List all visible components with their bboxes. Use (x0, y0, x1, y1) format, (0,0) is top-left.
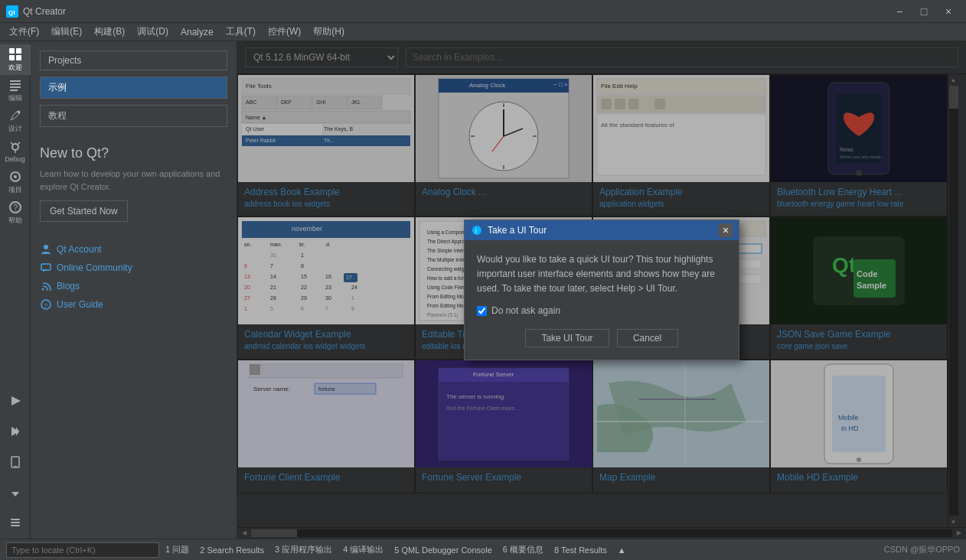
menubar: 文件(F) 编辑(E) 构建(B) 调试(D) Analyze 工具(T) 控件… (0, 23, 966, 41)
link-label-community: Online Community (57, 262, 132, 273)
svg-rect-25 (11, 522, 20, 523)
sidebar-item-help[interactable]: ? 帮助 (0, 197, 31, 228)
svg-rect-23 (14, 466, 17, 467)
svg-rect-4 (9, 55, 15, 60)
examples-button[interactable]: 示例 (40, 77, 227, 99)
modal-checkbox-row: Do not ask again (477, 304, 726, 318)
menu-analyze[interactable]: Analyze (175, 25, 220, 39)
modal-icon: i (471, 224, 483, 236)
menu-help[interactable]: 帮助(H) (307, 24, 351, 40)
svg-rect-29 (41, 264, 51, 270)
modal-titlebar: i Take a UI Tour × (465, 220, 739, 240)
svg-rect-6 (10, 80, 21, 82)
link-label-blogs: Blogs (57, 281, 80, 291)
modal-checkbox[interactable] (477, 306, 487, 316)
svg-line-12 (11, 142, 13, 145)
svg-rect-7 (10, 83, 21, 85)
app-icon: Qt (6, 5, 18, 18)
status-tabs: 1 问题 2 Search Results 3 应用程序输出 4 编译输出 5 … (159, 544, 884, 555)
sidebar-item-debug[interactable]: Debug (0, 136, 31, 167)
left-panel: Projects 示例 教程 New to Qt? Learn how to d… (31, 41, 237, 539)
minimize-button[interactable]: − (888, 3, 911, 20)
modal-checkbox-label: Do not ask again (491, 304, 560, 318)
sidebar-item-settings[interactable] (0, 477, 31, 508)
sidebar-item-welcome[interactable]: 欢迎 (0, 44, 31, 75)
status-tab-arrow[interactable]: ▲ (618, 545, 626, 555)
status-tab-problems[interactable]: 1 问题 (165, 544, 189, 555)
modal-buttons: Take UI Tour Cancel (477, 329, 726, 347)
svg-marker-21 (16, 427, 19, 436)
status-tab-test[interactable]: 8 Test Results (554, 545, 607, 555)
status-tab-search[interactable]: 2 Search Results (200, 545, 264, 555)
links-section: Qt Account Online Community Blogs ? User… (40, 243, 227, 311)
link-label-qt-account: Qt Account (57, 244, 102, 255)
svg-text:?: ? (13, 203, 18, 212)
menu-file[interactable]: 文件(F) (3, 24, 45, 40)
sidebar-label-project: 项目 (8, 185, 22, 195)
menu-tools[interactable]: 工具(T) (220, 24, 262, 40)
tutorials-button[interactable]: 教程 (40, 105, 227, 127)
svg-point-11 (12, 144, 18, 150)
svg-rect-2 (9, 48, 15, 54)
svg-marker-19 (11, 396, 21, 405)
svg-point-16 (14, 175, 17, 178)
svg-point-28 (44, 245, 48, 249)
modal-dialog: i Take a UI Tour × Would you like to tak… (464, 220, 739, 361)
welcome-area: Qt 5.12.6 MinGW 64-bitQt 5.12.6 MSVC 201… (237, 41, 966, 539)
status-tab-qml-debug[interactable]: 5 QML Debugger Console (394, 545, 491, 555)
svg-rect-22 (11, 457, 19, 467)
menu-widgets[interactable]: 控件(W) (262, 24, 307, 40)
get-started-button[interactable]: Get Started Now (40, 200, 128, 222)
modal-title: Take a UI Tour (488, 225, 719, 236)
svg-point-30 (42, 288, 44, 291)
sidebar-item-deploy[interactable] (0, 416, 31, 447)
menu-debug[interactable]: 调试(D) (131, 24, 175, 40)
menu-edit[interactable]: 编辑(E) (45, 24, 88, 40)
svg-point-172 (472, 226, 481, 235)
svg-rect-3 (16, 48, 21, 54)
sidebar-label-debug: Debug (5, 155, 25, 163)
status-right-text: CSDN @振华OPPO (884, 544, 960, 555)
close-button[interactable]: × (937, 3, 960, 20)
sidebar-item-edit[interactable]: 编辑 (0, 75, 31, 106)
sidebar-item-extra[interactable] (0, 508, 31, 539)
sidebar-label-help: 帮助 (8, 216, 22, 226)
svg-text:Qt: Qt (8, 9, 15, 16)
link-blogs[interactable]: Blogs (40, 280, 227, 292)
statusbar: 1 问题 2 Search Results 3 应用程序输出 4 编译输出 5 … (0, 539, 966, 560)
sidebar-item-design[interactable]: 设计 (0, 106, 31, 136)
sidebar-label-design: 设计 (8, 124, 22, 134)
sidebar-item-run[interactable] (0, 386, 31, 416)
svg-rect-27 (11, 525, 20, 526)
person-icon (40, 243, 52, 256)
locate-input[interactable] (6, 542, 159, 558)
welcome-section: New to Qt? Learn how to develop your own… (40, 145, 227, 222)
link-qt-account[interactable]: Qt Account (40, 243, 227, 256)
svg-rect-26 (11, 519, 20, 520)
link-online-community[interactable]: Online Community (40, 262, 227, 274)
sidebar-item-device[interactable] (0, 447, 31, 477)
sidebar-label-welcome: 欢迎 (8, 63, 22, 73)
status-tab-app-output[interactable]: 3 应用程序输出 (275, 544, 332, 555)
status-tab-overview[interactable]: 6 概要信息 (503, 544, 543, 555)
status-tab-compile[interactable]: 4 编译输出 (343, 544, 383, 555)
welcome-desc: Learn how to develop your own applicatio… (40, 168, 227, 193)
help-circle-icon: ? (40, 298, 52, 311)
welcome-title: New to Qt? (40, 145, 227, 161)
sidebar-item-project[interactable]: 项目 (0, 167, 31, 197)
take-ui-tour-button[interactable]: Take UI Tour (525, 329, 609, 347)
window-title: Qt Creator (23, 6, 888, 17)
modal-close-button[interactable]: × (719, 223, 733, 237)
maximize-button[interactable]: □ (912, 3, 935, 20)
window-controls: − □ × (888, 3, 960, 20)
link-user-guide[interactable]: ? User Guide (40, 298, 227, 311)
link-label-user-guide: User Guide (57, 299, 103, 310)
svg-line-13 (18, 142, 20, 145)
projects-button[interactable]: Projects (40, 50, 227, 70)
cancel-button[interactable]: Cancel (617, 329, 678, 347)
menu-build[interactable]: 构建(B) (88, 24, 131, 40)
titlebar: Qt Qt Creator − □ × (0, 0, 966, 23)
chat-icon (40, 262, 52, 274)
modal-body: Would you like to take a quick UI tour? … (465, 240, 739, 360)
svg-point-10 (17, 110, 20, 113)
